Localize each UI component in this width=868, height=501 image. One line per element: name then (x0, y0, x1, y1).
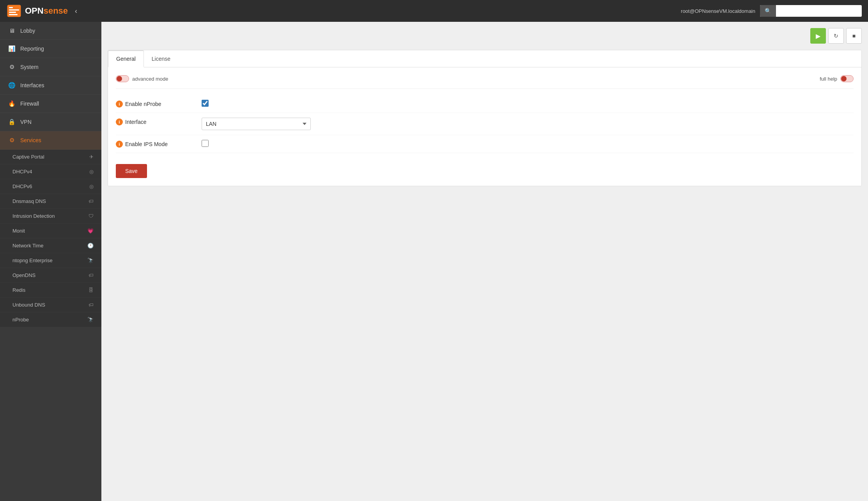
dnsmasq-dns-icon: 🏷 (89, 198, 94, 204)
redis-icon: 🗄 (89, 287, 94, 293)
sidebar-sub-label: DHCPv4 (12, 169, 32, 175)
layout: 🖥Lobby📊Reporting⚙System🌐Interfaces🔥Firew… (0, 22, 868, 501)
sidebar-sub-item-unbound-dns[interactable]: Unbound DNS🏷 (0, 298, 101, 312)
tabs: GeneralLicense (108, 50, 861, 67)
captive-portal-icon: ✈ (89, 154, 94, 160)
sidebar-sub-label: Captive Portal (12, 154, 44, 160)
services-icon: ⚙ (8, 137, 16, 144)
sidebar-sub-label: Network Time (12, 243, 43, 249)
sidebar-sub-label: nProbe (12, 317, 29, 323)
svg-rect-1 (9, 7, 13, 8)
sidebar-sub-label: Monit (12, 228, 25, 234)
info-icon-enable-ips-mode[interactable]: i (116, 141, 123, 148)
advanced-mode-row: advanced mode full help (116, 75, 854, 89)
sidebar-sub-item-redis[interactable]: Redis🗄 (0, 283, 101, 298)
svg-rect-4 (9, 14, 18, 15)
sidebar-sub-item-intrusion-detection[interactable]: Intrusion Detection🛡 (0, 209, 101, 224)
tab-license[interactable]: License (144, 50, 179, 67)
svg-rect-3 (9, 12, 16, 13)
control-col-enable-nprobe (202, 100, 854, 108)
sidebar-sub-item-monit[interactable]: Monit💗 (0, 224, 101, 238)
sidebar-sub-label: Intrusion Detection (12, 213, 55, 219)
sidebar-sub-item-ntopng-enterprise[interactable]: ntopng Enterprise🔭 (0, 253, 101, 268)
sidebar-sub-item-dhcpv6[interactable]: DHCPv6◎ (0, 179, 101, 194)
label-col-enable-nprobe: iEnable nProbe (116, 100, 202, 108)
sidebar-sub-item-dnsmasq-dns[interactable]: Dnsmasq DNS🏷 (0, 194, 101, 209)
label-col-interface: iInterface (116, 118, 202, 125)
sidebar-nav: 🖥Lobby📊Reporting⚙System🌐Interfaces🔥Firew… (0, 22, 101, 150)
monit-icon: 💗 (87, 228, 94, 234)
info-icon-enable-nprobe[interactable]: i (116, 101, 123, 108)
form-fields: iEnable nProbeiInterfaceLANWANOPT1iEnabl… (116, 95, 854, 153)
settings-card: GeneralLicense advanced mode full help i… (108, 50, 862, 186)
vpn-icon: 🔒 (8, 118, 16, 125)
form-row-enable-nprobe: iEnable nProbe (116, 95, 854, 113)
advanced-mode-toggle[interactable] (116, 75, 129, 82)
label-enable-nprobe: Enable nProbe (125, 101, 161, 107)
ntopng-enterprise-icon: 🔭 (87, 258, 94, 263)
sidebar-sub-label: ntopng Enterprise (12, 258, 53, 263)
sidebar-item-interfaces[interactable]: 🌐Interfaces (0, 76, 101, 95)
sidebar-item-label: Lobby (20, 28, 35, 34)
navbar-user: root@OPNsenseVM.localdomain (681, 8, 755, 14)
sidebar-sub-item-network-time[interactable]: Network Time🕐 (0, 238, 101, 253)
sidebar-item-reporting[interactable]: 📊Reporting (0, 40, 101, 58)
save-area: Save (116, 156, 854, 178)
dhcpv4-icon: ◎ (89, 169, 94, 175)
unbound-dns-icon: 🏷 (89, 302, 94, 308)
checkbox-enable-ips-mode[interactable] (202, 140, 209, 147)
intrusion-detection-icon: 🛡 (89, 213, 94, 219)
lobby-icon: 🖥 (8, 27, 16, 34)
form-row-interface: iInterfaceLANWANOPT1 (116, 113, 854, 135)
sidebar-sub-label: Dnsmasq DNS (12, 198, 46, 204)
checkbox-enable-nprobe[interactable] (202, 100, 209, 107)
navbar-right: root@OPNsenseVM.localdomain 🔍 (681, 5, 862, 17)
sidebar-sub-label: Unbound DNS (12, 302, 45, 308)
navbar-search: 🔍 (760, 5, 862, 17)
logo-text: OPNsense (25, 6, 68, 16)
sidebar-item-services[interactable]: ⚙Services (0, 131, 101, 150)
action-bar: ▶ ↻ ■ (108, 28, 862, 44)
play-button[interactable]: ▶ (810, 28, 826, 44)
sidebar-sub: Captive Portal✈DHCPv4◎DHCPv6◎Dnsmasq DNS… (0, 150, 101, 327)
sidebar-sub-label: Redis (12, 287, 25, 293)
sidebar-item-lobby[interactable]: 🖥Lobby (0, 22, 101, 40)
sidebar-item-label: VPN (20, 119, 32, 125)
sidebar-sub-item-captive-portal[interactable]: Captive Portal✈ (0, 150, 101, 164)
sidebar-sub-item-dhcpv4[interactable]: DHCPv4◎ (0, 164, 101, 179)
firewall-icon: 🔥 (8, 100, 16, 107)
save-button[interactable]: Save (116, 164, 147, 178)
label-col-enable-ips-mode: iEnable IPS Mode (116, 140, 202, 148)
sidebar: 🖥Lobby📊Reporting⚙System🌐Interfaces🔥Firew… (0, 22, 101, 501)
label-enable-ips-mode: Enable IPS Mode (125, 141, 168, 147)
search-input[interactable] (776, 6, 862, 16)
tab-general[interactable]: General (108, 50, 144, 67)
sidebar-item-vpn[interactable]: 🔒VPN (0, 113, 101, 131)
reload-button[interactable]: ↻ (828, 28, 844, 44)
dhcpv6-icon: ◎ (89, 183, 94, 189)
control-col-interface: LANWANOPT1 (202, 118, 854, 130)
sidebar-toggle-button[interactable]: ‹ (71, 5, 81, 17)
advanced-mode-left: advanced mode (116, 75, 168, 82)
full-help-toggle[interactable] (840, 75, 854, 82)
network-time-icon: 🕐 (87, 243, 94, 249)
sidebar-sub-item-nprobe[interactable]: nProbe🔭 (0, 312, 101, 327)
form-content: advanced mode full help iEnable nProbeiI… (108, 67, 861, 186)
sidebar-sub-label: DHCPv6 (12, 183, 32, 189)
nprobe-icon: 🔭 (87, 317, 94, 323)
interfaces-icon: 🌐 (8, 82, 16, 89)
sidebar-sub-item-opendns[interactable]: OpenDNS🏷 (0, 268, 101, 283)
full-help-right: full help (820, 75, 854, 82)
sidebar-item-label: System (20, 64, 39, 70)
sidebar-item-label: Interfaces (20, 82, 44, 88)
sidebar-item-label: Services (20, 137, 41, 143)
info-icon-interface[interactable]: i (116, 118, 123, 125)
brand: OPNsense (6, 4, 68, 18)
sidebar-sub-label: OpenDNS (12, 272, 35, 278)
select-interface[interactable]: LANWANOPT1 (202, 118, 311, 130)
stop-button[interactable]: ■ (846, 28, 862, 44)
logo-icon (6, 4, 22, 18)
sidebar-item-system[interactable]: ⚙System (0, 58, 101, 76)
search-button[interactable]: 🔍 (760, 5, 776, 17)
sidebar-item-firewall[interactable]: 🔥Firewall (0, 95, 101, 113)
